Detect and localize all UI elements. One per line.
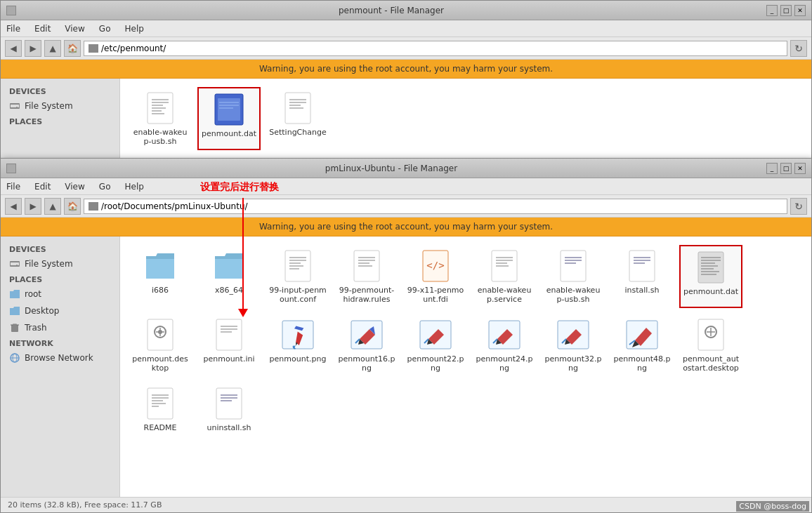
win2-up-button[interactable]: ▲ — [44, 198, 61, 215]
file-item-penmount16[interactable]: penmount16.png — [335, 314, 398, 377]
file-icon-99hidraw — [350, 249, 384, 283]
file-item-penmount-dat[interactable]: penmount.dat — [197, 87, 261, 150]
menu1-help[interactable]: Help — [122, 22, 146, 35]
file-item-i686[interactable]: i686 — [129, 245, 192, 308]
folder-icon-i686 — [143, 249, 177, 283]
win1-devices-section: DEVICES — [1, 84, 119, 98]
file-item-enable-wakeup-usb[interactable]: enable-wakeup-usb.sh — [129, 87, 192, 150]
window2-sidebar: DEVICES File System PLACES root Desktop … — [1, 236, 120, 497]
file-icon-win2-penmount-dat — [694, 251, 728, 284]
file-item-enable-wakeup-service[interactable]: enable-wakeup.service — [473, 245, 536, 308]
file-item-penmount48[interactable]: penmount48.png — [610, 314, 674, 377]
png24-file-icon — [487, 318, 521, 352]
win2-minimize-button[interactable]: _ — [766, 163, 778, 174]
win2-home-button[interactable]: 🏠 — [64, 198, 81, 215]
win1-minimize-button[interactable]: _ — [766, 5, 778, 16]
network-icon — [9, 352, 20, 364]
script-file-icon — [143, 91, 177, 125]
file-icon-penmount-desktop — [143, 318, 177, 352]
file-item-settingchange[interactable]: SettingChange — [266, 87, 329, 150]
file-item-penmount-png[interactable]: penmount.png — [266, 314, 329, 377]
win1-forward-button[interactable]: ▶ — [25, 40, 41, 57]
file-label-99hidraw: 99-penmount-hidraw.rules — [338, 286, 395, 304]
win1-up-button[interactable]: ▲ — [44, 40, 61, 57]
file-item-x86-64[interactable]: x86_64 — [197, 245, 261, 308]
menu1-file[interactable]: File — [4, 22, 23, 35]
file-item-readme[interactable]: README — [129, 382, 192, 437]
file-item-penmount-ini[interactable]: penmount.ini — [197, 314, 261, 377]
win1-reload-button[interactable]: ↻ — [790, 40, 807, 57]
svg-rect-55 — [698, 252, 723, 283]
file-label-settingchange: SettingChange — [269, 128, 327, 137]
file-item-99x11[interactable]: </> 99-x11-penmount.fdi — [404, 245, 467, 308]
file-item-99input[interactable]: 99-input-penmount.conf — [266, 245, 329, 308]
file-label-penmount-ini: penmount.ini — [203, 354, 254, 364]
win2-back-button[interactable]: ◀ — [5, 198, 22, 215]
file-item-uninstall[interactable]: uninstall.sh — [197, 382, 261, 437]
file-item-penmount22[interactable]: penmount22.png — [404, 314, 467, 377]
menu1-go[interactable]: Go — [96, 22, 114, 35]
window2-addressbar[interactable]: /root/Documents/pmLinux-Ubuntu/ — [84, 199, 787, 214]
window2: pmLinux-Ubuntu - File Manager _ □ ✕ File… — [0, 158, 812, 513]
file-icon-penmount-png — [281, 318, 315, 352]
file-item-99hidraw[interactable]: 99-penmount-hidraw.rules — [335, 245, 398, 308]
desktop-file-icon — [143, 318, 177, 352]
trash-icon — [9, 322, 20, 333]
win2-sidebar-desktop[interactable]: Desktop — [1, 302, 119, 319]
file-label-penmount32: penmount32.png — [544, 354, 602, 373]
menu2-edit[interactable]: Edit — [32, 180, 53, 193]
win1-home-button[interactable]: 🏠 — [64, 40, 81, 57]
file-label-penmount-png: penmount.png — [270, 354, 327, 364]
win2-maximize-button[interactable]: □ — [780, 163, 792, 174]
file-icon-penmount-ini — [212, 318, 246, 352]
file-item-win2-penmount-dat[interactable]: penmount.dat — [679, 245, 742, 308]
win2-sidebar-filesystem[interactable]: File System — [1, 255, 119, 272]
service-file-icon — [487, 249, 521, 283]
xml-file-icon: </> — [419, 249, 452, 283]
file-icon-penmount32 — [556, 318, 590, 352]
file-label-x86-64: x86_64 — [215, 286, 243, 295]
win1-places-section: PLACES — [1, 114, 119, 128]
uninstall-sh-icon — [212, 387, 246, 420]
menu2-help[interactable]: Help — [122, 180, 146, 193]
file-item-penmount-desktop[interactable]: penmount.desktop — [129, 314, 192, 377]
file-label-win2-enable-wakeup-usb: enable-wakeup-usb.sh — [544, 286, 602, 304]
file-icon-win2-enable-wakeup-usb — [556, 249, 590, 283]
menu2-go[interactable]: Go — [96, 180, 114, 193]
file-item-penmount-autostart[interactable]: penmount_autostart.desktop — [679, 314, 742, 377]
win2-forward-button[interactable]: ▶ — [25, 198, 41, 215]
win2-sidebar-network[interactable]: Browse Network — [1, 349, 119, 366]
rules-file-icon — [350, 249, 384, 283]
file-item-penmount24[interactable]: penmount24.png — [473, 314, 536, 377]
window1-addressbar[interactable]: /etc/penmount/ — [84, 41, 787, 56]
file-label-enable-wakeup-usb: enable-wakeup-usb.sh — [131, 128, 189, 146]
folder-icon-root — [9, 288, 20, 300]
file-label-penmount-dat: penmount.dat — [202, 129, 256, 138]
menu1-view[interactable]: View — [62, 22, 87, 35]
win2-sidebar-root[interactable]: root — [1, 286, 119, 302]
svg-rect-68 — [216, 319, 242, 350]
menu2-file[interactable]: File — [4, 180, 23, 193]
file-label-99x11: 99-x11-penmount.fdi — [407, 286, 464, 304]
win2-sidebar-trash[interactable]: Trash — [1, 319, 119, 336]
file-icon-penmount-dat — [212, 93, 246, 126]
win2-reload-button[interactable]: ↻ — [790, 198, 807, 215]
win1-filesystem-label: File System — [25, 101, 73, 111]
autostart-desktop-icon — [694, 318, 728, 352]
win1-close-button[interactable]: ✕ — [794, 5, 806, 16]
window1-toolbar: ◀ ▶ ▲ 🏠 /etc/penmount/ ↻ — [1, 37, 811, 60]
win2-trash-label: Trash — [25, 323, 47, 333]
file-label-enable-wakeup-service: enable-wakeup.service — [476, 286, 533, 304]
file-label-penmount16: penmount16.png — [338, 354, 395, 373]
file-item-win2-enable-wakeup-usb[interactable]: enable-wakeup-usb.sh — [542, 245, 605, 308]
text-file-icon — [281, 91, 315, 125]
menu2-view[interactable]: View — [62, 180, 87, 193]
win2-network-section: NETWORK — [1, 336, 119, 349]
win2-close-button[interactable]: ✕ — [794, 163, 806, 174]
win1-sidebar-filesystem[interactable]: File System — [1, 98, 119, 114]
win1-maximize-button[interactable]: □ — [780, 5, 792, 16]
file-item-install[interactable]: install.sh — [610, 245, 674, 308]
menu1-edit[interactable]: Edit — [32, 22, 53, 35]
win1-back-button[interactable]: ◀ — [5, 40, 22, 57]
file-item-penmount32[interactable]: penmount32.png — [542, 314, 605, 377]
